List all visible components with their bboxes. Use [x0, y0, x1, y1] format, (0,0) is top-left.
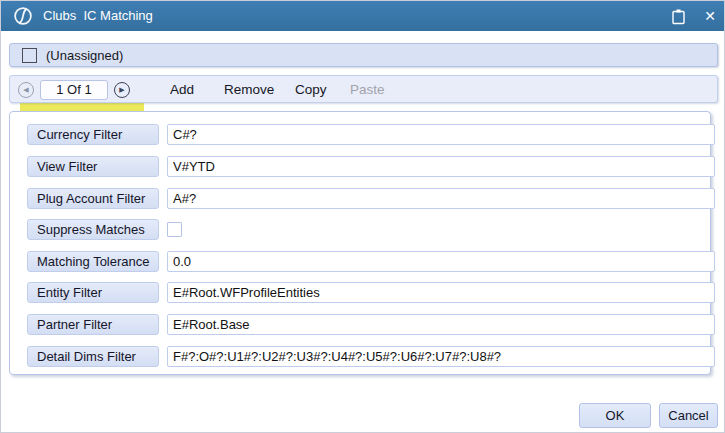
form-row-partner-filter: Partner Filter	[10, 314, 712, 335]
onestream-logo-icon	[12, 5, 34, 27]
cancel-button[interactable]: Cancel	[659, 403, 718, 428]
field-label: Suppress Matches	[27, 219, 159, 240]
field-label: View Filter	[27, 156, 159, 177]
entity-filter-input[interactable]	[167, 282, 715, 303]
record-pager: 1 Of 1	[40, 80, 108, 100]
title-bar: Clubs IC Matching ✕	[1, 1, 725, 31]
chevron-right-icon: ▶	[119, 86, 124, 94]
unassigned-row[interactable]: (Unassigned)	[9, 43, 718, 67]
form-row-matching-tolerance: Matching Tolerance	[10, 251, 712, 272]
form-row-entity-filter: Entity Filter	[10, 282, 712, 303]
form-row-currency-filter: Currency Filter	[10, 124, 712, 145]
previous-record-button[interactable]: ◀	[18, 82, 34, 98]
form-row-detail-dims-filter: Detail Dims Filter	[10, 346, 712, 367]
record-toolbar: ◀ 1 Of 1 ▶ Add Remove Copy Paste	[9, 75, 718, 103]
form-row-plug-account-filter: Plug Account Filter	[10, 188, 712, 209]
field-label: Matching Tolerance	[27, 251, 159, 272]
matching-tolerance-input[interactable]	[167, 251, 715, 272]
form-row-view-filter: View Filter	[10, 156, 712, 177]
unassigned-checkbox[interactable]	[22, 48, 37, 63]
close-icon: ✕	[704, 8, 716, 24]
field-label: Entity Filter	[27, 282, 159, 303]
chevron-left-icon: ◀	[23, 86, 28, 94]
partner-filter-input[interactable]	[167, 314, 715, 335]
maximize-button[interactable]	[667, 6, 689, 26]
field-label: Plug Account Filter	[27, 188, 159, 209]
window-title: Clubs IC Matching	[43, 1, 153, 31]
detail-dims-filter-input[interactable]	[167, 346, 715, 367]
currency-filter-input[interactable]	[167, 124, 715, 145]
view-filter-input[interactable]	[167, 156, 715, 177]
next-record-button[interactable]: ▶	[114, 82, 130, 98]
close-button[interactable]: ✕	[699, 6, 721, 26]
form-panel: Currency Filter View Filter Plug Account…	[9, 111, 711, 375]
remove-button[interactable]: Remove	[224, 76, 274, 104]
unassigned-label: (Unassigned)	[46, 44, 123, 68]
copy-button[interactable]: Copy	[295, 76, 327, 104]
window-maximize-icon	[671, 8, 686, 25]
add-button[interactable]: Add	[170, 76, 194, 104]
field-label: Currency Filter	[27, 124, 159, 145]
plug-account-filter-input[interactable]	[167, 188, 715, 209]
ok-button[interactable]: OK	[579, 403, 651, 428]
form-row-suppress-matches: Suppress Matches	[10, 219, 712, 240]
field-label: Detail Dims Filter	[27, 346, 159, 367]
paste-button: Paste	[350, 76, 385, 104]
suppress-matches-checkbox[interactable]	[167, 222, 182, 237]
field-label: Partner Filter	[27, 314, 159, 335]
ic-matching-dialog: Clubs IC Matching ✕ (Unassigned) ◀ 1 Of …	[0, 0, 725, 433]
